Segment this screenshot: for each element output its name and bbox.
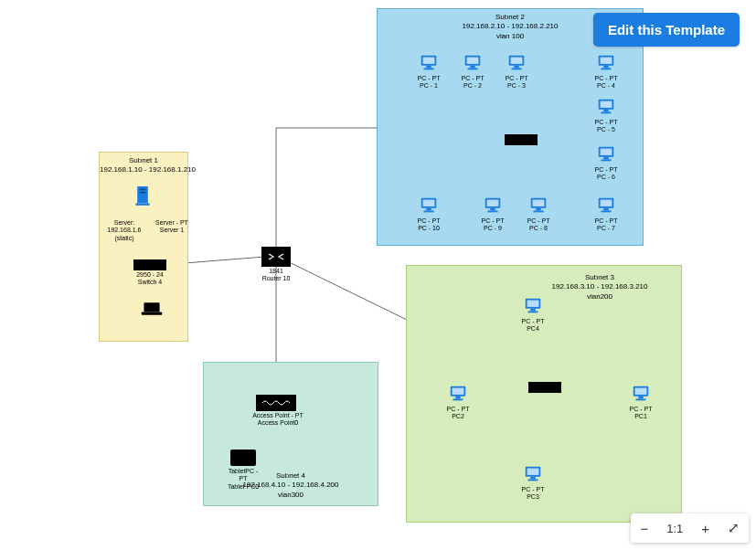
switch-4-label: 2950 - 24Switch 4	[130, 271, 170, 287]
access-point-0[interactable]	[256, 395, 296, 411]
s3-pc2[interactable]: PC - PTPC2	[442, 384, 474, 421]
s3-pc4[interactable]: PC - PTPC4	[517, 296, 548, 333]
pc-2[interactable]: PC - PTPC - 2	[459, 53, 486, 90]
s3-pc3[interactable]: PC - PTPC3	[517, 464, 548, 502]
diagram-canvas[interactable]: Subnet 1 192.168.1.10 - 192.168.1.210 Se…	[0, 0, 756, 550]
zoom-controls: − 1:1 + ⤢	[631, 513, 749, 543]
s3-pc1[interactable]: PC - PTPC1	[625, 384, 656, 421]
pc-6[interactable]: PC - PTPC - 6	[592, 144, 620, 182]
subnet3-switch[interactable]	[528, 382, 561, 393]
zoom-out-button[interactable]: −	[631, 514, 657, 543]
server-1-left-label: Server: 192.168.1.6(static)	[101, 219, 148, 242]
zoom-fit-label[interactable]: 1:1	[657, 515, 692, 542]
pc-5[interactable]: PC - PTPC - 5	[592, 97, 620, 134]
fullscreen-button[interactable]: ⤢	[719, 513, 749, 543]
pc-10[interactable]: PC - PTPC - 10	[415, 196, 442, 233]
pc-7[interactable]: PC - PTPC - 7	[592, 196, 620, 233]
tablet-pc0[interactable]: TabletPC - PTTablet PC0	[227, 450, 260, 491]
router-label: 1841Router 10	[256, 268, 296, 283]
router-10[interactable]	[261, 247, 291, 267]
pc-3[interactable]: PC - PTPC - 3	[503, 53, 530, 90]
server-1[interactable]	[128, 185, 157, 208]
laptop-0[interactable]	[139, 301, 165, 318]
pc-1[interactable]: PC - PTPC - 1	[415, 53, 442, 90]
pc-8[interactable]: PC - PTPC - 8	[525, 196, 552, 233]
access-point-label: Access Point - PTAccess Point0	[249, 412, 307, 428]
pc-9[interactable]: PC - PTPC - 9	[479, 196, 506, 233]
subnet2-switch[interactable]	[505, 134, 538, 145]
pc-4[interactable]: PC - PTPC - 4	[592, 53, 620, 90]
server-1-right-label: Server - PTServer 1	[152, 219, 192, 235]
switch-4[interactable]	[133, 259, 166, 270]
subnet-1-title: Subnet 1 192.168.1.10 - 192.168.1.210	[100, 156, 187, 175]
zoom-in-button[interactable]: +	[692, 514, 719, 543]
edit-template-button[interactable]: Edit this Template	[593, 13, 740, 47]
